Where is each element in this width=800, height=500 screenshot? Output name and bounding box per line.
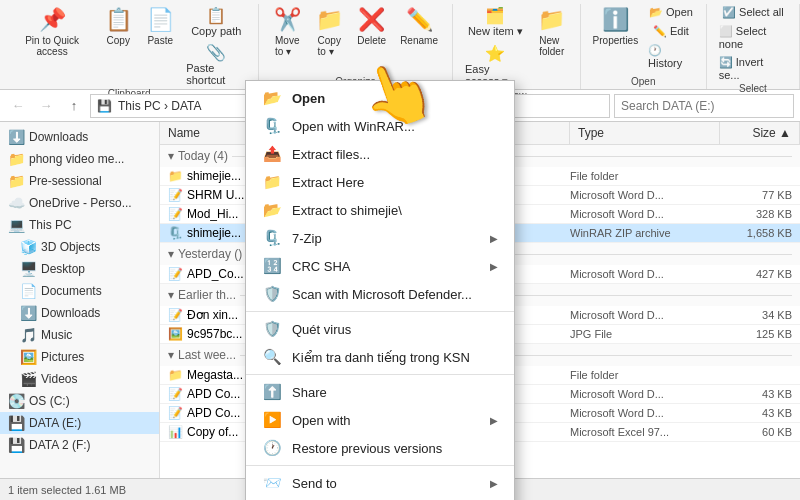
ctx-share-icon: ⬆️ bbox=[262, 383, 282, 401]
ctx-winrar-icon: 🗜️ bbox=[262, 117, 282, 135]
context-menu: 📂 Open 🗜️ Open with WinRAR... 📤 Extract … bbox=[245, 80, 515, 500]
ctx-separator-2 bbox=[246, 374, 514, 375]
ctx-extract-to[interactable]: 📂 Extract to shimejie\ bbox=[246, 196, 514, 224]
ctx-7zip[interactable]: 🗜️ 7-Zip ▶ bbox=[246, 224, 514, 252]
ctx-open-icon: 📂 bbox=[262, 89, 282, 107]
ctx-kiem-tra-icon: 🔍 bbox=[262, 348, 282, 366]
ctx-extract-to-icon: 📂 bbox=[262, 201, 282, 219]
ctx-quet-icon: 🛡️ bbox=[262, 320, 282, 338]
ctx-extract-here[interactable]: 📁 Extract Here bbox=[246, 168, 514, 196]
ctx-scan-defender[interactable]: 🛡️ Scan with Microsoft Defender... bbox=[246, 280, 514, 308]
ctx-separator-1 bbox=[246, 311, 514, 312]
ctx-open-with-arrow: ▶ bbox=[490, 415, 498, 426]
ctx-open-winrar[interactable]: 🗜️ Open with WinRAR... bbox=[246, 112, 514, 140]
ctx-crc-arrow: ▶ bbox=[490, 261, 498, 272]
ctx-send-to-icon: 📨 bbox=[262, 474, 282, 492]
ctx-extract-here-icon: 📁 bbox=[262, 173, 282, 191]
context-menu-overlay[interactable]: 📂 Open 🗜️ Open with WinRAR... 📤 Extract … bbox=[0, 0, 800, 500]
ctx-open-with-icon: ▶️ bbox=[262, 411, 282, 429]
ctx-defender-icon: 🛡️ bbox=[262, 285, 282, 303]
ctx-7zip-icon: 🗜️ bbox=[262, 229, 282, 247]
ctx-restore-icon: 🕐 bbox=[262, 439, 282, 457]
ctx-send-to[interactable]: 📨 Send to ▶ bbox=[246, 469, 514, 497]
ctx-extract-files[interactable]: 📤 Extract files... bbox=[246, 140, 514, 168]
ctx-restore-versions[interactable]: 🕐 Restore previous versions bbox=[246, 434, 514, 462]
ctx-7zip-arrow: ▶ bbox=[490, 233, 498, 244]
ctx-open[interactable]: 📂 Open bbox=[246, 84, 514, 112]
ctx-crc-sha[interactable]: 🔢 CRC SHA ▶ bbox=[246, 252, 514, 280]
ctx-crc-icon: 🔢 bbox=[262, 257, 282, 275]
ctx-send-to-arrow: ▶ bbox=[490, 478, 498, 489]
ctx-quet-virus[interactable]: 🛡️ Quét virus bbox=[246, 315, 514, 343]
ctx-share[interactable]: ⬆️ Share bbox=[246, 378, 514, 406]
ctx-extract-files-icon: 📤 bbox=[262, 145, 282, 163]
ctx-kiem-tra[interactable]: 🔍 Kiểm tra danh tiếng trong KSN bbox=[246, 343, 514, 371]
ctx-open-with[interactable]: ▶️ Open with ▶ bbox=[246, 406, 514, 434]
ctx-separator-3 bbox=[246, 465, 514, 466]
